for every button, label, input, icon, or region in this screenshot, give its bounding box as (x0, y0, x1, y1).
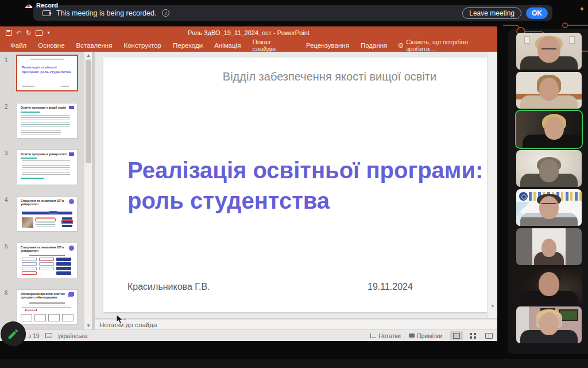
ribbon-tab-file[interactable]: Файл (5, 39, 32, 52)
thumb5-box-filled (56, 271, 71, 275)
save-icon[interactable] (6, 30, 11, 36)
thumbnail-number: 4 (5, 197, 13, 203)
scroll-down-icon[interactable]: ▼ (85, 323, 92, 329)
thumb4-highlight-box (49, 211, 57, 214)
thumb4-highlight-row (35, 218, 56, 221)
participant-figure (539, 78, 559, 101)
view-switcher (450, 331, 495, 340)
current-slide[interactable]: Відділ забезпечення якості вищої освіти … (103, 57, 487, 312)
info-icon[interactable]: i (162, 9, 169, 17)
powerpoint-window-title: Роль ЗдВО_19_11_2024_ост - PowerPoint (0, 29, 497, 36)
recording-indicator: ☁ Record (24, 1, 58, 10)
participant-video-5[interactable] (516, 189, 582, 226)
thumbnail-number: 3 (5, 150, 13, 156)
participant-figure (541, 239, 556, 257)
ribbon-tab-view[interactable]: Подання (355, 39, 393, 52)
recording-toast: This meeting is being recorded. i Leave … (33, 5, 552, 21)
slide-editing-area: Відділ забезпечення якості вищої освіти … (95, 52, 487, 318)
participant-video-4[interactable] (516, 150, 582, 187)
mouse-cursor (116, 314, 123, 327)
university-logo (519, 192, 528, 201)
ribbon-tab-home[interactable]: Основне (32, 39, 70, 52)
record-dot-icon (27, 5, 30, 7)
slide-title-line1: Реалізація освітньої програми: (127, 155, 487, 186)
slide-title-line2: роль студентства (127, 186, 487, 216)
leave-meeting-button[interactable]: Leave meeting (462, 7, 521, 19)
thumb3-title: Освітні програми в університеті (21, 152, 67, 156)
lightbulb-icon (399, 43, 403, 48)
thumb4-highlight-button (61, 220, 73, 224)
scrollbar-thumb[interactable] (86, 60, 91, 163)
thumb1-header-line (30, 59, 64, 60)
language-indicator[interactable]: українська (58, 332, 88, 339)
scroll-up-icon[interactable]: ▲ (85, 52, 92, 59)
notes-toggle-label: Нотатки (378, 332, 401, 339)
thumb6-highlight (25, 309, 37, 311)
thumb5-box-filled (56, 267, 71, 270)
thumb6-title: Обговорення проєктів освітніх програм ст… (21, 292, 67, 299)
tell-me-box[interactable]: Скажіть, що потрібно зробити… (393, 39, 497, 52)
book-view-icon (485, 333, 493, 339)
participant-video-8[interactable] (516, 306, 582, 343)
thumb5-box (39, 267, 54, 270)
slide-thumbnail-5[interactable]: Створення та оновлення ОП в університеті (17, 243, 77, 278)
thumb6-flow-box (21, 314, 32, 321)
slide-thumbnail-1[interactable]: Реалізація освітньої програми: роль студ… (17, 56, 77, 90)
cloud-record-icon: ☁ (24, 1, 33, 9)
thumb1-title: Реалізація освітньої програми: роль студ… (22, 65, 74, 74)
thumb5-box-highlight (22, 271, 37, 275)
thumb5-caption-line (29, 255, 65, 256)
ribbon-tab-review[interactable]: Рецензування (300, 39, 355, 52)
slide-thumbnail-6[interactable]: Обговорення проєктів освітніх програм ст… (17, 290, 77, 324)
participant-video-3-active-speaker[interactable] (516, 111, 582, 148)
ribbon-tab-slideshow[interactable]: Показ слайдів (246, 39, 300, 52)
comments-toggle[interactable]: Примітки (409, 332, 442, 339)
normal-view-icon (453, 333, 460, 339)
participant-video-2[interactable] (516, 72, 582, 109)
annotation-tools-button[interactable] (1, 322, 25, 346)
spellcheck-icon[interactable] (45, 333, 52, 338)
slide-thumbnail-3[interactable]: Освітні програми в університеті (17, 150, 77, 185)
ribbon-tab-transitions[interactable]: Переходи (167, 39, 208, 52)
participant-figure (544, 117, 564, 140)
thumbnail-number: 5 (5, 243, 13, 250)
thumb6-flow-box (34, 314, 46, 321)
thumb1-author-line (22, 86, 34, 87)
slide-area-scrollbar[interactable]: ▼ (487, 52, 497, 318)
scroll-down-icon[interactable]: ▼ (489, 304, 496, 310)
thumbnail-number: 2 (5, 103, 13, 110)
participant-video-7[interactable] (516, 267, 582, 304)
glasses (541, 203, 556, 205)
ribbon-tab-design[interactable]: Конструктор (118, 39, 167, 52)
participant-figure (539, 196, 559, 219)
participant-video-list (497, 0, 588, 368)
participant-video-1[interactable] (516, 33, 582, 70)
thumbnail-scrollbar[interactable]: ▲ ▼ (84, 52, 92, 329)
slide-thumbnail-2[interactable]: Освітні програми у вищій освіті (17, 103, 77, 138)
participant-figure (539, 159, 559, 182)
slide-thumbnail-4[interactable]: Створення та оновлення ОП в університеті (17, 197, 77, 231)
thumb5-box (22, 267, 37, 270)
statusbar-right: Нотатки Примітки (370, 331, 497, 340)
recording-toast-text: This meeting is being recorded. (56, 9, 156, 17)
glasses (541, 48, 556, 51)
ok-button[interactable]: OK (526, 7, 548, 19)
thumb2-title: Освітні програми у вищій освіті (21, 106, 67, 109)
wall-frame (569, 36, 575, 44)
notes-icon (370, 334, 376, 338)
thumb3-link-line (21, 158, 37, 159)
notes-pane[interactable]: Нотатки до слайда (95, 320, 497, 329)
slide-sorter-view-button[interactable] (466, 331, 479, 340)
thumb4-navbar (22, 212, 72, 214)
reading-view-button[interactable] (482, 331, 495, 340)
undo-icon[interactable]: ↶ (16, 30, 21, 36)
notes-toggle[interactable]: Нотатки (370, 332, 401, 339)
record-label: Record (36, 2, 58, 9)
participant-video-6[interactable] (516, 228, 582, 265)
powerpoint-titlebar: Роль ЗдВО_19_11_2024_ост - PowerPoint ↶ … (0, 26, 497, 39)
video-camera-icon (42, 10, 51, 16)
ribbon-tab-insert[interactable]: Вставлення (71, 39, 118, 52)
normal-view-button[interactable] (450, 331, 463, 340)
participant-figure (539, 312, 559, 335)
ribbon-tab-animations[interactable]: Анімація (208, 39, 246, 52)
